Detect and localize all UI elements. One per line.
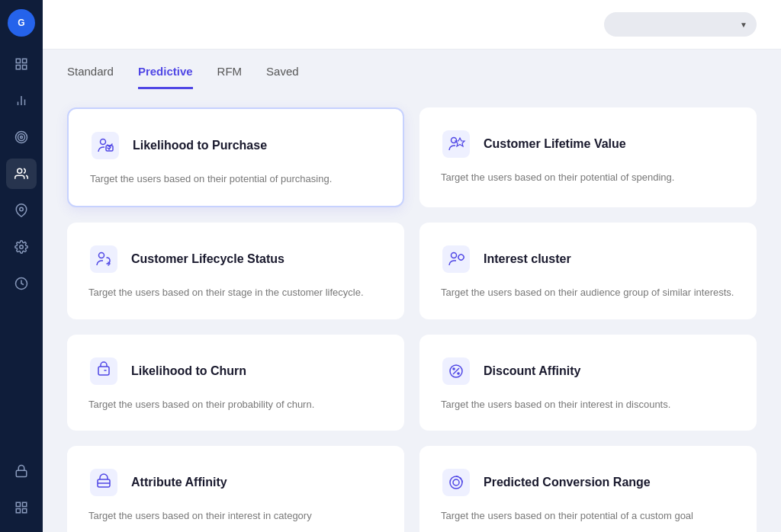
sidebar-item-home[interactable] xyxy=(6,49,37,79)
card-header: Customer Lifetime Value xyxy=(441,129,735,159)
svg-point-36 xyxy=(453,368,455,370)
card-title: Predicted Conversion Range xyxy=(484,476,651,489)
card-predicted-conversion-range[interactable]: Predicted Conversion Range Target the us… xyxy=(419,446,757,532)
sidebar-item-users[interactable] xyxy=(6,159,37,189)
card-title: Discount Affinity xyxy=(484,364,580,378)
sidebar-item-chart[interactable] xyxy=(6,85,37,116)
lifetime-icon xyxy=(441,129,471,159)
sidebar-item-location[interactable] xyxy=(6,195,37,226)
dropdown-arrow: ▼ xyxy=(740,21,747,29)
svg-rect-4 xyxy=(16,66,20,69)
card-description: Target the users based on their audience… xyxy=(441,285,735,301)
tab-rfm[interactable]: RFM xyxy=(217,65,243,89)
card-header: Attribute Affinity xyxy=(88,467,383,498)
card-header: Likelihood to Purchase xyxy=(90,130,381,161)
svg-rect-18 xyxy=(23,502,27,506)
card-description: Target the users based on their interest… xyxy=(88,508,383,524)
sidebar-item-settings[interactable] xyxy=(6,232,37,262)
card-description: Target the users based on their interest… xyxy=(441,397,735,413)
card-interest-cluster[interactable]: Interest cluster Target the users based … xyxy=(419,223,757,319)
card-customer-lifecycle-status[interactable]: Customer Lifecycle Status Target the use… xyxy=(67,223,404,319)
discount-icon xyxy=(441,356,471,386)
svg-rect-5 xyxy=(23,66,27,69)
card-header: Interest cluster xyxy=(441,244,735,274)
tab-standard[interactable]: Standard xyxy=(67,65,114,89)
sidebar-item-clock[interactable] xyxy=(6,268,37,299)
attribute-icon xyxy=(88,467,119,498)
svg-point-11 xyxy=(21,136,23,139)
card-title: Likelihood to Purchase xyxy=(133,139,267,152)
card-description: Target the users based on their stage in… xyxy=(88,285,383,301)
card-title: Likelihood to Churn xyxy=(131,364,246,378)
card-likelihood-purchase[interactable]: Likelihood to Purchase Target the users … xyxy=(67,107,404,207)
header: ▼ xyxy=(43,0,781,50)
purchase-icon xyxy=(90,130,121,161)
sidebar-item-lock[interactable] xyxy=(6,456,37,486)
svg-point-12 xyxy=(18,168,22,173)
svg-rect-24 xyxy=(442,130,470,158)
card-header: Customer Lifecycle Status xyxy=(88,244,383,274)
card-description: Target the users based on their probabil… xyxy=(88,397,383,413)
card-title: Interest cluster xyxy=(484,252,571,266)
card-header: Discount Affinity xyxy=(441,356,735,386)
cards-container: Likelihood to Purchase Target the users … xyxy=(43,89,781,532)
svg-rect-2 xyxy=(16,59,20,62)
svg-rect-20 xyxy=(23,509,27,513)
svg-rect-19 xyxy=(16,509,20,513)
svg-rect-41 xyxy=(442,469,470,496)
workspace-dropdown[interactable]: ▼ xyxy=(604,12,757,37)
card-title: Attribute Affinity xyxy=(131,476,227,489)
svg-rect-29 xyxy=(442,245,470,273)
card-customer-lifetime-value[interactable]: Customer Lifetime Value Target the users… xyxy=(419,107,757,207)
card-description: Target the users based on their potentia… xyxy=(90,171,381,187)
card-attribute-affinity[interactable]: Attribute Affinity Target the users base… xyxy=(67,446,404,532)
card-header: Likelihood to Churn xyxy=(88,356,383,386)
card-header: Predicted Conversion Range xyxy=(441,467,735,498)
card-description: Target the users based on their potentia… xyxy=(441,170,735,186)
card-title: Customer Lifecycle Status xyxy=(131,252,284,266)
svg-point-37 xyxy=(458,373,459,374)
card-description: Target the users based on their potentia… xyxy=(441,508,735,524)
card-likelihood-churn[interactable]: Likelihood to Churn Target the users bas… xyxy=(67,335,404,431)
sidebar-logo[interactable]: G xyxy=(8,9,35,37)
svg-rect-27 xyxy=(90,245,117,273)
svg-rect-17 xyxy=(16,502,20,506)
main-content: ▼ Standard Predictive RFM Saved xyxy=(43,0,781,532)
svg-rect-38 xyxy=(90,469,117,496)
svg-point-14 xyxy=(20,245,24,249)
tab-predictive[interactable]: Predictive xyxy=(138,65,193,89)
tab-saved[interactable]: Saved xyxy=(266,65,299,89)
sidebar: G xyxy=(0,0,43,532)
svg-rect-16 xyxy=(16,470,27,476)
svg-point-13 xyxy=(20,207,24,211)
svg-point-10 xyxy=(18,134,25,141)
svg-rect-21 xyxy=(92,132,119,159)
svg-text:G: G xyxy=(18,18,24,28)
tabs-container: Standard Predictive RFM Saved xyxy=(43,50,781,89)
interest-icon xyxy=(441,244,471,274)
churn-icon xyxy=(88,356,119,386)
card-title: Customer Lifetime Value xyxy=(484,137,626,151)
card-discount-affinity[interactable]: Discount Affinity Target the users based… xyxy=(419,335,757,431)
svg-rect-3 xyxy=(23,59,27,62)
cards-grid: Likelihood to Purchase Target the users … xyxy=(67,107,757,532)
sidebar-item-grid[interactable] xyxy=(6,492,37,523)
lifecycle-icon xyxy=(88,244,119,274)
conversion-icon xyxy=(441,467,471,498)
sidebar-item-target[interactable] xyxy=(6,122,37,152)
